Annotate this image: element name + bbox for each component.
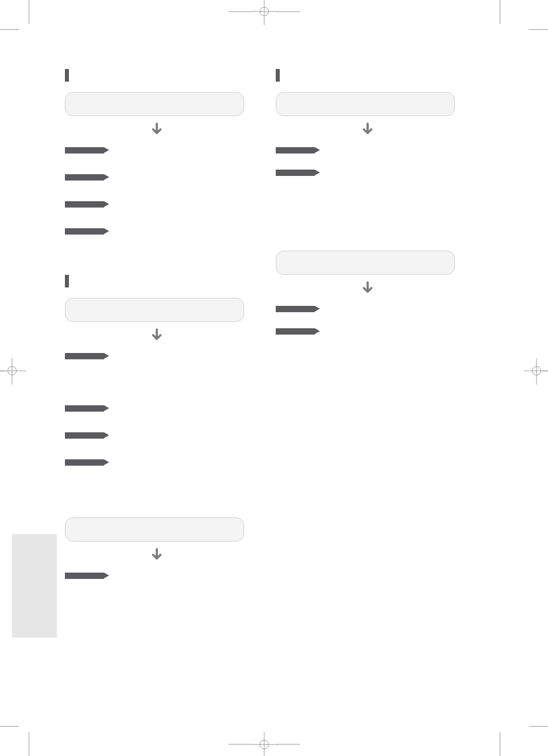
step-bullet xyxy=(276,306,315,312)
crop-mark xyxy=(500,0,500,24)
crop-mark xyxy=(277,11,300,12)
crop-mark xyxy=(29,732,29,756)
right-column xyxy=(276,69,460,358)
step-bullet xyxy=(276,328,315,335)
step-bullet xyxy=(65,228,104,235)
step-bullet xyxy=(65,147,104,153)
step-bullet xyxy=(65,201,104,208)
instruction-box xyxy=(65,92,244,116)
crop-mark xyxy=(229,11,252,12)
crop-mark xyxy=(277,744,300,745)
arrow-down-icon xyxy=(360,281,375,296)
arrow-down-icon xyxy=(360,122,375,137)
crop-mark xyxy=(29,0,29,24)
right-section-1 xyxy=(276,69,460,335)
instruction-box xyxy=(276,92,455,116)
crop-mark xyxy=(529,29,548,30)
section-title-bar xyxy=(65,69,69,82)
registration-mark xyxy=(260,7,269,16)
step-bullet xyxy=(65,573,104,579)
step-bullet xyxy=(65,174,104,181)
arrow-down-icon xyxy=(149,547,164,562)
crop-mark xyxy=(0,29,19,30)
crop-mark xyxy=(0,726,19,727)
crop-mark xyxy=(500,732,500,756)
step-bullet xyxy=(65,353,104,359)
section-title-bar xyxy=(65,275,69,287)
arrow-down-icon xyxy=(149,328,164,343)
step-bullet xyxy=(276,147,315,153)
instruction-box xyxy=(65,517,244,542)
step-bullet xyxy=(65,405,104,412)
side-tab xyxy=(12,534,57,638)
step-bullet xyxy=(65,459,104,466)
left-section-1 xyxy=(65,69,249,235)
section-title-bar xyxy=(276,69,280,82)
arrow-down-icon xyxy=(149,122,164,137)
left-section-2 xyxy=(65,275,249,579)
crop-mark xyxy=(529,726,548,727)
left-column xyxy=(65,69,249,602)
step-bullet xyxy=(65,432,104,439)
registration-mark xyxy=(532,366,541,375)
registration-mark xyxy=(260,740,269,749)
crop-mark xyxy=(229,744,252,745)
registration-mark xyxy=(7,366,17,375)
instruction-box xyxy=(276,251,455,275)
crop-mark xyxy=(542,371,548,371)
crop-mark xyxy=(0,371,6,371)
step-bullet xyxy=(276,170,315,176)
instruction-box xyxy=(65,298,244,322)
